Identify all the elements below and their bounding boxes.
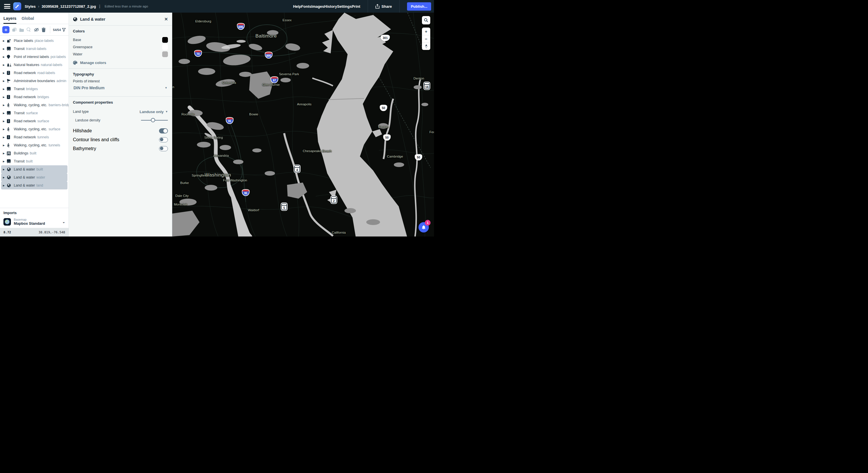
poi-font-select[interactable]: DIN Pro Medium ▼: [73, 85, 168, 91]
color-swatch[interactable]: [162, 37, 168, 43]
expand-caret-icon[interactable]: ▶: [3, 176, 7, 179]
publish-button[interactable]: Publish...: [407, 2, 431, 11]
style-options-kebab-icon[interactable]: ⋮: [98, 4, 102, 8]
top-nav-item[interactable]: Settings: [337, 4, 352, 9]
zoom-controls: + −: [422, 28, 430, 50]
color-swatch[interactable]: [162, 44, 168, 50]
layer-suffix: bridges: [37, 95, 49, 99]
expand-caret-icon[interactable]: ▶: [3, 80, 7, 83]
landuse-density-row: Landuse density: [73, 117, 168, 124]
duplicate-layer-icon[interactable]: [12, 28, 17, 32]
expand-caret-icon[interactable]: ▶: [3, 136, 7, 138]
top-nav-item[interactable]: History: [324, 4, 337, 9]
globe-icon: [73, 17, 78, 22]
transit-icon: [7, 87, 11, 91]
layer-name: Walking, cycling, etc.: [14, 103, 47, 107]
toggle-switch[interactable]: [159, 128, 168, 133]
layer-name: Road network: [14, 119, 36, 123]
hide-layer-eye-off-icon[interactable]: [34, 28, 39, 32]
menu-icon[interactable]: [4, 4, 10, 9]
layer-row[interactable]: ▶ Land & water water: [1, 174, 67, 181]
notifications-bell-button[interactable]: 1: [418, 222, 429, 232]
layer-row[interactable]: ▶ Land & water land: [1, 181, 67, 189]
land-type-select[interactable]: Landuse only ▼: [140, 109, 168, 114]
group-folder-icon[interactable]: [19, 28, 24, 32]
layer-row[interactable]: ▶ Point of interest labels poi-labels: [1, 53, 67, 61]
layer-row[interactable]: ▶ Land & water built: [1, 165, 67, 174]
expand-caret-icon[interactable]: ▶: [3, 160, 7, 163]
map-search-button[interactable]: [422, 16, 430, 24]
chevron-down-icon: ▼: [165, 110, 168, 113]
expand-caret-icon[interactable]: ▶: [3, 112, 7, 115]
expand-caret-icon[interactable]: ▶: [3, 104, 7, 106]
zoom-in-button[interactable]: +: [422, 28, 430, 35]
top-nav-item[interactable]: Fonts: [301, 4, 311, 9]
expand-caret-icon[interactable]: ▶: [3, 168, 7, 171]
add-layer-button[interactable]: ＋: [2, 26, 9, 33]
layer-name: Road network: [14, 95, 36, 99]
select-layer-icon[interactable]: [26, 27, 31, 32]
top-nav-item[interactable]: Print: [352, 4, 360, 9]
layer-row[interactable]: ▶ Transit transit-labels: [1, 45, 67, 53]
breadcrumb-styles-link[interactable]: Styles: [25, 4, 36, 9]
expand-caret-icon[interactable]: ▶: [3, 88, 7, 90]
expand-caret-icon[interactable]: ▶: [3, 72, 7, 74]
tab-layers[interactable]: Layers: [3, 16, 17, 24]
expand-caret-icon[interactable]: ▶: [3, 48, 7, 50]
top-nav-item[interactable]: Images: [311, 4, 324, 9]
layer-row[interactable]: ▶ Road network bridges: [1, 93, 67, 101]
typography-section: Typography Points of interest DIN Pro Me…: [69, 69, 172, 96]
basemap-import-row[interactable]: Basemap Mapbox Standard ⌄: [3, 218, 65, 226]
layer-name: Transit: [14, 87, 25, 91]
globe-icon: [7, 176, 11, 179]
expand-caret-icon[interactable]: ▶: [3, 120, 7, 123]
layer-row[interactable]: ▶ Transit surface: [1, 109, 67, 117]
expand-caret-icon[interactable]: ▶: [3, 184, 7, 187]
layer-row[interactable]: ▶ Walking, cycling, etc. tunnels: [1, 141, 67, 149]
share-button[interactable]: Share: [375, 4, 392, 9]
panel-header: Land & water ✕: [69, 12, 172, 25]
chevron-down-icon[interactable]: ⌄: [62, 220, 65, 224]
layer-suffix: land: [36, 183, 43, 187]
expand-caret-icon[interactable]: ▶: [3, 152, 7, 155]
toggle-switch[interactable]: [159, 146, 168, 151]
layer-row[interactable]: ▶ Road network road-labels: [1, 69, 67, 77]
layer-row[interactable]: ▶ Walking, cycling, etc. barriers-bridge…: [1, 101, 67, 109]
layer-filter-counter[interactable]: 54/54: [53, 28, 66, 32]
compass-bearing-button[interactable]: [422, 42, 430, 50]
layer-name: Transit: [14, 159, 25, 163]
expand-caret-icon[interactable]: ▶: [3, 144, 7, 147]
close-icon[interactable]: ✕: [164, 17, 168, 22]
delete-layer-trash-icon[interactable]: [42, 28, 45, 32]
map-canvas[interactable]: EldersburgEssexBaltimoreColumbiaGlen Bur…: [172, 12, 434, 236]
expand-caret-icon[interactable]: ▶: [3, 96, 7, 98]
color-swatch[interactable]: [162, 51, 168, 57]
layer-name: Land & water: [14, 183, 35, 187]
layer-row[interactable]: ▶ Buildings built: [1, 149, 67, 157]
toggle-row: Hillshade: [73, 126, 168, 135]
toggle-switch[interactable]: [159, 137, 168, 143]
expand-caret-icon[interactable]: ▶: [3, 56, 7, 58]
breadcrumb-chevron-icon: ›: [38, 4, 39, 9]
zoom-out-button[interactable]: −: [422, 35, 430, 42]
layer-name: Transit: [14, 111, 25, 115]
top-nav-item[interactable]: Help: [293, 4, 301, 9]
mapbox-studio-logo-icon[interactable]: [13, 2, 21, 10]
layer-row[interactable]: ▶ Transit built: [1, 157, 67, 165]
layer-row[interactable]: ▶ Road network surface: [1, 117, 67, 125]
toggle-row: Bathymetry: [73, 144, 168, 153]
layer-row[interactable]: ▶ Place labels place-labels: [1, 37, 67, 45]
landuse-density-slider[interactable]: [141, 118, 168, 123]
expand-caret-icon[interactable]: ▶: [3, 64, 7, 66]
expand-caret-icon[interactable]: ▶: [3, 40, 7, 42]
tab-global[interactable]: Global: [22, 16, 34, 24]
map-status-bar: 8.72 38.819,-76.548: [0, 228, 69, 236]
layer-row[interactable]: ▶ Natural features natural-labels: [1, 61, 67, 69]
layer-name: Natural features: [14, 63, 39, 67]
layer-row[interactable]: ▶ Administrative boundaries admin: [1, 77, 67, 85]
expand-caret-icon[interactable]: ▶: [3, 128, 7, 131]
layer-row[interactable]: ▶ Road network tunnels: [1, 133, 67, 141]
layer-row[interactable]: ▶ Walking, cycling, etc. surface: [1, 125, 67, 133]
layer-row[interactable]: ▶ Transit bridges: [1, 85, 67, 93]
manage-colors-button[interactable]: Manage colors: [73, 61, 168, 65]
